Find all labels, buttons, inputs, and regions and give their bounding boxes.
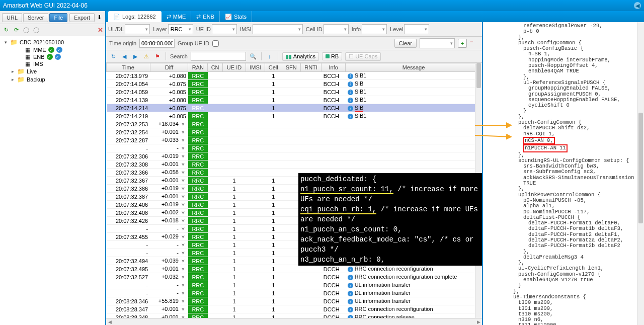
column-header[interactable]: RNTI [300,63,321,72]
table-row[interactable]: 20:07:14.054+0.075 RRC1BCCHi SIB [107,80,482,88]
refresh-icon[interactable]: ↻ [2,26,10,34]
table-row[interactable]: 20:07:13.979+0.080 RRC1BCCHi SIB1 [107,72,482,80]
goto-icon[interactable]: ➤ [180,234,186,240]
tab[interactable]: ⇄MME [162,11,192,22]
column-header[interactable]: SFN [282,63,300,72]
binoculars-icon[interactable]: 🔍 [249,52,257,60]
goto-icon[interactable]: ➤ [180,202,186,208]
h-scrollbar[interactable]: ◀ ▶ [106,318,482,325]
detail-v-scrollbar[interactable] [637,22,644,325]
tab[interactable]: 📄Logs: 122662 [108,11,162,22]
refresh-all-icon[interactable]: ⟳ [12,26,20,34]
table-row[interactable]: 20:08:28.347+0.001 ➤RRC11DCCHi RRC conne… [107,305,482,313]
group-ue-checkbox[interactable] [212,40,219,47]
tree-item[interactable]: ▸📁Live [3,67,102,75]
table-row[interactable]: -- ➤RRC11DCCHi UL information transfer [107,281,482,289]
add-filter-icon[interactable]: + [458,39,467,48]
goto-down-icon[interactable]: ↓ [266,52,274,60]
ueid-combo[interactable] [212,24,237,34]
goto-icon[interactable]: ➤ [180,137,186,143]
info-icon[interactable]: i [348,275,353,280]
refresh-logs-icon[interactable]: ↻ [109,52,117,60]
info-icon[interactable]: i [348,315,353,318]
table-row[interactable]: 20:07:14.139+0.080 RRC1BCCHi SIB1 [107,96,482,104]
tree-item[interactable]: ▾📁CBC-2021050100 [3,38,102,46]
nav-back-icon[interactable]: ◀ [120,52,128,60]
info-icon[interactable]: i [348,73,353,79]
close-icon[interactable]: ✕ [98,26,103,34]
goto-icon[interactable]: ➤ [180,161,186,168]
scroll-right-icon[interactable]: ▶ [475,319,482,325]
info-icon[interactable]: i [348,82,353,87]
table-row[interactable]: 20:07:32.254+0.001 ➤RRC [107,128,482,136]
goto-icon[interactable]: ➤ [180,121,186,127]
goto-icon[interactable]: ➤ [180,274,186,280]
column-header[interactable]: Diff [150,63,188,72]
goto-icon[interactable]: ➤ [180,178,186,184]
table-row[interactable]: 20:07:32.253+18.034 ➤RRC [107,120,482,128]
goto-icon[interactable]: ➤ [180,250,186,256]
bookmark-icon[interactable]: ⚑ [153,52,162,60]
goto-icon[interactable]: ➤ [180,226,186,232]
export-button[interactable]: Export [69,13,95,22]
cellid-combo[interactable] [324,24,349,34]
goto-icon[interactable]: ➤ [180,258,186,264]
goto-icon[interactable]: ➤ [180,290,186,296]
goto-icon[interactable]: ➤ [180,170,186,176]
info-icon[interactable]: i [348,307,353,312]
info-icon[interactable]: i [348,106,353,111]
download-icon[interactable]: ⬇ [96,14,103,22]
preset-combo[interactable] [420,38,455,48]
sidebar-collapse-icon[interactable]: ◀ [634,2,641,9]
tree-item[interactable]: ▦ENB✓✓ [3,53,102,60]
goto-icon[interactable]: ➤ [180,242,186,248]
goto-icon[interactable]: ➤ [180,218,186,224]
column-header[interactable]: Time [107,63,150,72]
table-row[interactable]: 20:07:32.308+0.001 ➤RRC [107,160,482,169]
tree-item[interactable]: ▸📁Backup [3,75,102,84]
table-row[interactable]: 20:07:14.219+0.005 RRC1BCCHi SIB1 [107,112,482,120]
table-row[interactable]: 20:07:32.287+0.033 ➤RRC [107,136,482,144]
layer-combo[interactable]: RRC [168,24,193,34]
tree-item[interactable]: ▦IMS [3,60,102,67]
column-header[interactable]: UE ID [223,63,246,72]
tree-item[interactable]: ▦MME✓✓ [3,46,102,53]
goto-icon[interactable]: ➤ [180,153,186,159]
info-icon[interactable]: i [348,90,353,95]
column-header[interactable]: Cell [265,63,282,72]
goto-icon[interactable]: ➤ [180,266,186,272]
goto-icon[interactable]: ➤ [180,194,186,200]
goto-icon[interactable]: ➤ [180,145,186,151]
log-table-wrap[interactable]: TimeDiffRANCNUE IDIMSICellSFNRNTIInfoMes… [106,63,482,318]
warn-icon[interactable]: ⚠ [142,52,150,60]
goto-icon[interactable]: ➤ [180,314,186,318]
tab[interactable]: 📈Stats [220,11,252,22]
table-row[interactable]: 20:07:32.306+0.019 ➤RRC [107,152,482,160]
column-header[interactable]: IMSI [246,63,265,72]
ue-caps-button[interactable]: ☐UE Caps [345,52,381,61]
table-row[interactable]: 20:07:32.527+0.032 ➤RRC11DCCHi RRC conne… [107,273,482,281]
url-button[interactable]: URL [2,13,22,22]
info-icon[interactable]: i [348,114,353,119]
info-icon[interactable]: i [348,283,353,288]
tab[interactable]: ⇄ENB [191,11,220,22]
goto-icon[interactable]: ➤ [180,282,186,288]
analytics-button[interactable]: ▮▮Analytics [282,52,319,61]
table-row[interactable]: -- ➤RRC [107,144,482,152]
nav-fwd-icon[interactable]: ▶ [131,52,139,60]
search-input[interactable] [191,52,246,61]
goto-icon[interactable]: ➤ [180,129,186,135]
table-row[interactable]: -- ➤RRC11DCCHi DL information transfer [107,289,482,297]
remove-filter-icon[interactable]: − [470,39,479,48]
table-row[interactable]: 20:07:14.059+0.005 RRC1BCCHi SIB1 [107,88,482,96]
imsi-combo[interactable] [253,24,303,34]
table-row[interactable]: 20:07:14.214+0.075 RRC1BCCHi SIB [107,104,482,112]
rb-button[interactable]: RB [322,52,342,60]
column-header[interactable]: Info [321,63,346,72]
goto-icon[interactable]: ➤ [180,298,186,304]
column-header[interactable]: Message [346,63,482,72]
column-header[interactable]: CN [208,63,223,72]
info-icon[interactable]: i [348,98,353,103]
goto-icon[interactable]: ➤ [180,306,186,312]
detail-panel[interactable]: referenceSignalPower -29,p-b 0},pusch-Co… [483,22,644,325]
